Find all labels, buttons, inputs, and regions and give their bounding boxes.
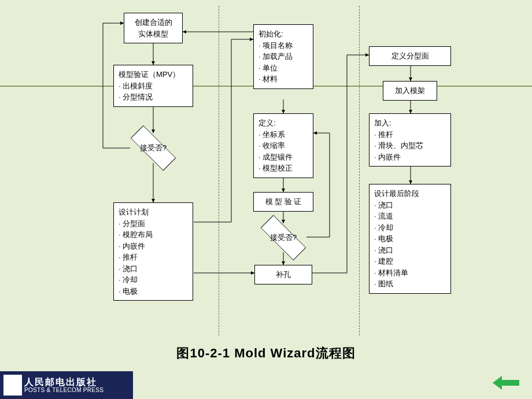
decision-accept-1: 接受否? [130,134,176,162]
box-create-model: 创建合适的 实体模型 [124,13,183,43]
decision-accept-2: 接受否? [260,223,306,252]
list-item: 分型面 [119,218,188,230]
list-item: 模腔布局 [119,229,188,241]
list-item: 推杆 [374,129,446,141]
publisher-name-en: POSTS & TELECOM PRESS [24,387,104,393]
decision-label: 接受否? [260,232,306,243]
list-item: 加载产品 [258,51,308,62]
list-item: 建腔 [374,256,446,267]
list-item: 成型镶件 [258,152,308,163]
box-title: 定义: [258,117,308,129]
list-item: 电极 [119,286,188,297]
list-item: 冷却 [374,222,446,234]
box-add-components: 加入: 推杆 滑块、内型芯 内嵌件 [369,113,451,167]
back-arrow-icon[interactable] [493,376,519,390]
box-title: 初始化: [258,28,308,40]
divider-2 [359,6,360,335]
box-design-plan: 设计计划 分型面 模腔布局 内嵌件 推杆 浇口 冷却 电极 [113,202,193,301]
box-title: 加入: [374,117,446,129]
box-init: 初始化: 项目名称 加载产品 单位 材料 [253,24,313,89]
list-item: 坐标系 [258,129,308,141]
figure-caption: 图10-2-1 Mold Wizard流程图 [0,345,532,362]
list-item: 浇口 [374,200,446,211]
list-item: 材料清单 [374,267,446,279]
list-item: 分型情况 [119,91,188,103]
divider-1 [219,6,219,335]
box-define: 定义: 坐标系 收缩率 成型镶件 模型校正 [253,113,313,178]
box-add-moldbase: 加入模架 [383,81,437,101]
list-item: 单位 [258,62,308,74]
list-item: 浇口 [374,245,446,256]
list-item: 材料 [258,73,308,85]
list-item: 冷却 [119,274,188,286]
svg-marker-10 [493,376,519,390]
box-model-verify-2: 模 型 验 证 [253,192,313,212]
list-item: 推杆 [119,252,188,263]
box-model-verify: 模型验证（MPV） 出模斜度 分型情况 [113,65,193,107]
list-item: 内嵌件 [374,152,446,163]
list-item: 滑块、内型芯 [374,140,446,152]
box-final-stage: 设计最后阶段 浇口 流道 冷却 电极 浇口 建腔 材料清单 图纸 [369,184,451,294]
box-parting-surface: 定义分型面 [369,46,451,66]
box-title: 设计计划 [119,206,188,218]
list-item: 出模斜度 [119,80,188,92]
list-item: 项目名称 [258,40,308,51]
decision-label: 接受否? [130,143,176,153]
list-item: 内嵌件 [119,241,188,252]
list-item: 收缩率 [258,140,308,152]
publisher-badge: 人民邮电出版社 POSTS & TELECOM PRESS [0,371,133,399]
list-item: 流道 [374,210,446,222]
box-patch-holes: 补孔 [254,265,312,285]
list-item: 电极 [374,233,446,245]
publisher-name-cn: 人民邮电出版社 [24,377,104,387]
list-item: 模型校正 [258,162,308,174]
list-item: 图纸 [374,278,446,290]
box-title: 模型验证（MPV） [119,69,188,80]
box-title: 设计最后阶段 [374,188,446,200]
publisher-logo-icon [3,375,22,396]
list-item: 浇口 [119,263,188,275]
